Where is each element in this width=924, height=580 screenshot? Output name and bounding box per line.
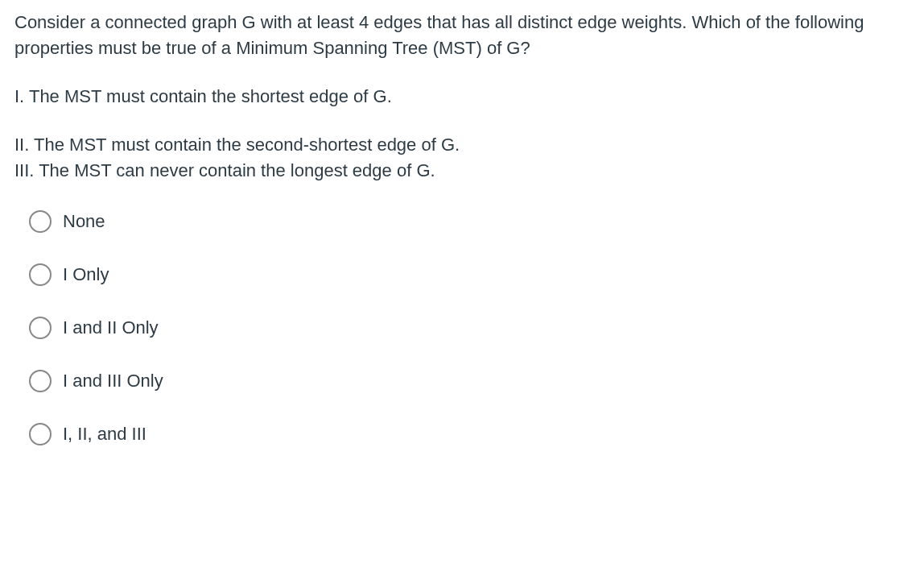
statements-block: I. The MST must contain the shortest edg… (14, 84, 910, 184)
options-list: None I Only I and II Only I and III Only… (14, 209, 910, 446)
option-i-and-ii-only[interactable]: I and II Only (29, 315, 910, 341)
radio-icon (29, 370, 52, 392)
radio-icon (29, 317, 52, 339)
option-i-and-iii-only[interactable]: I and III Only (29, 368, 910, 394)
statement-i: I. The MST must contain the shortest edg… (14, 84, 910, 110)
option-label: I and II Only (63, 315, 159, 341)
option-label: None (63, 209, 105, 234)
radio-icon (29, 210, 52, 233)
statement-iii: III. The MST can never contain the longe… (14, 158, 910, 184)
question-stem-text: Consider a connected graph G with at lea… (14, 10, 910, 61)
option-label: I, II, and III (63, 421, 146, 447)
option-label: I Only (63, 262, 109, 288)
option-i-ii-and-iii[interactable]: I, II, and III (29, 421, 910, 447)
question-stem: Consider a connected graph G with at lea… (14, 10, 910, 61)
statement-group: II. The MST must contain the second-shor… (14, 132, 910, 184)
option-i-only[interactable]: I Only (29, 262, 910, 288)
option-label: I and III Only (63, 368, 163, 394)
radio-icon (29, 423, 52, 445)
statement-ii: II. The MST must contain the second-shor… (14, 132, 910, 158)
radio-icon (29, 263, 52, 286)
option-none[interactable]: None (29, 209, 910, 234)
